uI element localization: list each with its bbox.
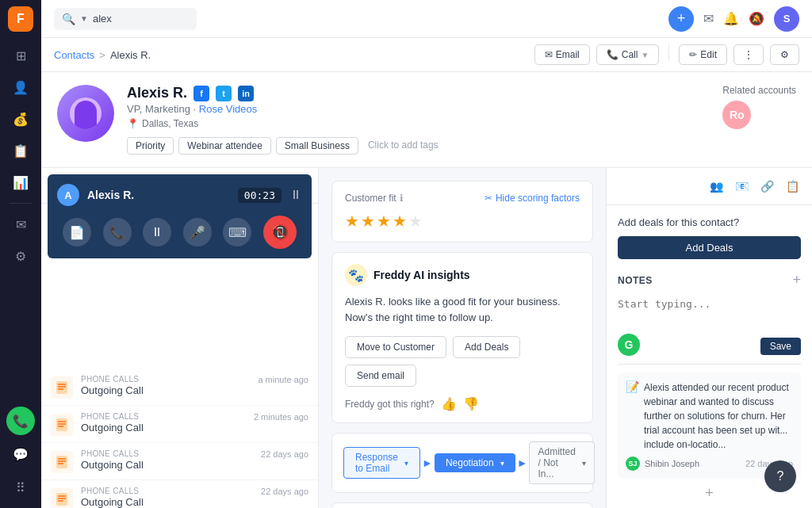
center-content: Customer fit ℹ ✂ Hide scoring factors ★ … [319, 168, 606, 508]
contact-title: VP, Marketing · Rose Videos [127, 103, 710, 115]
notes-add-icon[interactable]: + [792, 272, 801, 288]
hide-scoring-link[interactable]: ✂ Hide scoring factors [485, 193, 580, 204]
star-5: ★ [408, 212, 423, 231]
email-icon[interactable]: ✉ [703, 11, 714, 26]
note-text-1: Alexis attended our recent product webin… [644, 380, 793, 452]
fields-section: Show empty fields 🔍 ‹ › Cour [331, 502, 593, 508]
activity-item-2[interactable]: PHONE CALLS Outgoing Call 2 minutes ago [41, 406, 318, 443]
call-note-button[interactable]: 📄 [63, 218, 91, 246]
move-to-customer-button[interactable]: Move to Customer [345, 336, 446, 358]
breadcrumb-contacts-link[interactable]: Contacts [54, 49, 94, 61]
contact-avatar [57, 85, 114, 142]
freddy-title: Freddy AI insights [373, 269, 470, 281]
activity-type-3: PHONE CALLS [81, 449, 253, 458]
alert-bell-icon[interactable]: 🔕 [749, 11, 764, 26]
sidebar-item-deals[interactable]: 💰 [6, 105, 35, 133]
activity-item-1[interactable]: PHONE CALLS Outgoing Call a minute ago [41, 369, 318, 406]
activity-item-3[interactable]: PHONE CALLS Outgoing Call 22 days ago [41, 443, 318, 480]
sidebar-item-phone[interactable]: 📞 [6, 407, 35, 435]
activity-title-2: Outgoing Call [81, 422, 246, 434]
notes-user-avatar: G [618, 334, 640, 356]
search-dropdown-icon[interactable]: ▼ [80, 14, 88, 23]
call-actions: 📄 📞 ⏸ 🎤 ⌨ [57, 216, 302, 249]
call-pause-icon[interactable]: ⏸ [289, 188, 302, 202]
tag-priority[interactable]: Priority [127, 137, 174, 155]
tag-webinar[interactable]: Webinar attendee [178, 137, 271, 155]
help-button[interactable]: ? [764, 460, 796, 492]
sidebar-item-grid[interactable]: ⠿ [6, 473, 35, 502]
activity-title-1: Outgoing Call [81, 384, 250, 396]
thumbs-up-icon[interactable]: 👍 [441, 396, 457, 411]
pipeline-stage-admitted[interactable]: Admitted / Not In... ▾ [529, 441, 594, 484]
freddy-feedback: Freddy got this right? 👍 👎 [345, 396, 580, 411]
add-deals-button[interactable]: Add Deals [618, 236, 801, 259]
email-button[interactable]: ✉ Email [534, 44, 590, 65]
sidebar: F ⊞ 👤 💰 📋 📊 ✉ ⚙ 📞 💬 ⠿ [0, 0, 41, 508]
activity-time-2: 2 minutes ago [254, 412, 308, 436]
sidebar-item-chat[interactable]: 💬 [6, 440, 35, 468]
notes-title: NOTES [618, 275, 653, 286]
sidebar-bottom: 📞 💬 ⠿ [6, 407, 35, 502]
add-deals-button[interactable]: Add Deals [453, 336, 520, 358]
scoring-header: Customer fit ℹ ✂ Hide scoring factors [345, 193, 580, 204]
twitter-icon[interactable]: t [216, 86, 232, 101]
search-input[interactable] [93, 13, 188, 25]
star-3: ★ [377, 212, 391, 231]
related-accounts: Related accounts Ro [722, 85, 796, 129]
call-mute-button[interactable]: 🎤 [183, 218, 212, 246]
star-2: ★ [361, 212, 375, 231]
activity-title-4: Outgoing Call [81, 496, 253, 508]
action-divider [668, 44, 669, 60]
contact-location: 📍 Dallas, Texas [127, 118, 710, 129]
send-email-button[interactable]: Send email [345, 365, 416, 387]
call-add-phone-button[interactable]: 📞 [103, 218, 132, 246]
notes-save-button[interactable]: Save [760, 338, 801, 355]
contact-header: Alexis R. f t in VP, Marketing · Rose Vi… [41, 72, 812, 168]
tag-small-business[interactable]: Small Business [276, 137, 358, 155]
facebook-icon[interactable]: f [193, 86, 209, 101]
contact-header-top: Alexis R. f t in VP, Marketing · Rose Vi… [57, 85, 796, 155]
activity-item-4[interactable]: PHONE CALLS Outgoing Call 22 days ago [41, 480, 318, 508]
company-link[interactable]: Rose Videos [199, 103, 257, 115]
sidebar-item-email[interactable]: ✉ [6, 210, 35, 239]
related-account-badge[interactable]: Ro [722, 101, 751, 129]
sidebar-item-contacts[interactable]: 👤 [6, 73, 35, 101]
add-button[interactable]: + [668, 6, 694, 32]
edit-button[interactable]: ✏ Edit [679, 44, 727, 65]
pipeline-stage-response[interactable]: Response to Email ▾ [343, 447, 420, 479]
location-icon: 📍 [127, 118, 139, 129]
rp-icon-4[interactable]: 📋 [780, 174, 804, 198]
thumbs-down-icon[interactable]: 👎 [463, 396, 479, 411]
notes-input[interactable] [618, 295, 801, 327]
sidebar-item-settings[interactable]: ⚙ [6, 242, 35, 270]
call-keypad-button[interactable]: ⌨ [223, 218, 251, 246]
notification-bell-icon[interactable]: 🔔 [723, 11, 739, 26]
pipeline-bar: Response to Email ▾ ► Negotiation ▾ ► Ad… [331, 433, 593, 493]
tag-add[interactable]: Click to add tags [363, 137, 443, 155]
sidebar-item-reports[interactable]: 📊 [6, 168, 35, 197]
rp-icon-3[interactable]: 🔗 [755, 174, 779, 198]
breadcrumb-current: Alexis R. [110, 49, 151, 61]
pipeline-stage-negotiation[interactable]: Negotiation ▾ [435, 453, 515, 472]
scoring-info-icon[interactable]: ℹ [400, 193, 404, 204]
svg-rect-0 [56, 381, 67, 394]
linkedin-icon[interactable]: in [238, 86, 254, 101]
sidebar-divider [10, 203, 32, 204]
sidebar-item-activity[interactable]: 📋 [6, 136, 35, 165]
search-box[interactable]: 🔍 ▼ [54, 8, 197, 30]
add-section-icon[interactable]: + [705, 485, 714, 502]
rp-icon-1[interactable]: 👥 [704, 174, 728, 198]
search-icon: 🔍 [62, 13, 75, 25]
call-button[interactable]: 📞 Call ▼ [596, 44, 660, 65]
rp-icon-2[interactable]: 📧 [730, 174, 753, 198]
sidebar-item-home[interactable]: ⊞ [6, 41, 35, 70]
contact-name: Alexis R. f t in [127, 85, 710, 101]
freddy-card: 🐾 Freddy AI insights Alexis R. looks lik… [331, 252, 593, 423]
contact-view: Contacts > Alexis R. ✉ Email 📞 Call ▼ ✏ … [41, 38, 812, 508]
user-avatar[interactable]: S [774, 6, 799, 32]
call-end-button[interactable]: 📵 [263, 216, 297, 249]
call-hold-button[interactable]: ⏸ [143, 218, 171, 246]
settings-gear-button[interactable]: ⚙ [770, 44, 799, 65]
more-options-button[interactable]: ⋮ [733, 44, 764, 65]
activity-time-4: 22 days ago [261, 487, 308, 508]
